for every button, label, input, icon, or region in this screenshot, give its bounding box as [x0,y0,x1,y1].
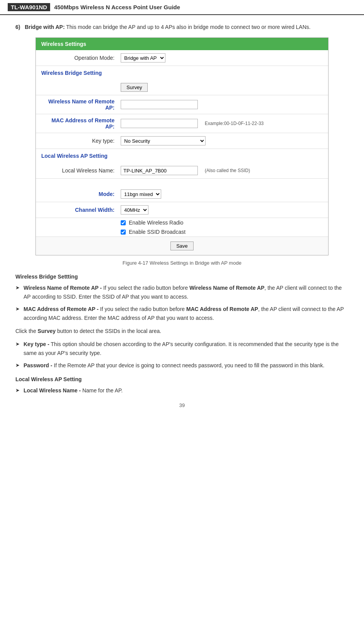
survey-row: Survey [36,80,328,95]
save-button[interactable]: Save [170,242,194,250]
figure-caption: Figure 4-17 Wireless Settings in Bridge … [15,260,349,266]
intro-bold-label: Bridge with AP: [25,24,65,30]
mac-address-row: MAC Address of Remote AP: Example:00-1D-… [36,114,328,133]
bullet-local-name-bold: Local Wireless Name - [24,387,81,394]
operation-mode-select[interactable]: Bridge with AP [121,53,165,63]
channel-width-control: 40MHz 20MHz Auto [121,205,148,215]
wireless-name-row: Wireless Name of Remote AP: [36,95,328,114]
enable-wireless-radio-checkbox[interactable] [121,220,126,225]
channel-width-row: Channel Width: 40MHz 20MHz Auto [36,202,328,218]
bridge-section-title: Wireless Bridge Settting [15,274,349,280]
enable-ssid-broadcast-checkbox[interactable] [121,230,126,235]
intro-paragraph: 6) Bridge with AP: This mode can bridge … [15,23,349,31]
mac-address-label: MAC Address of Remote AP: [44,117,121,130]
channel-width-label: Channel Width: [44,207,121,213]
bullet-wireless-name: ➤ Wireless Name of Remote AP - If you se… [15,284,349,301]
bridge-setting-subheader: Wireless Bridge Setting [41,70,102,76]
intro-description: This mode can bridge the AP and up to 4 … [66,24,310,30]
local-ap-subheader-row: Local Wireless AP Setting [36,149,328,163]
wireless-settings-header: Wireless Settings [36,38,328,50]
survey-para: Click the Survey button to detect the SS… [15,327,349,335]
spacer-row [36,179,328,186]
wireless-settings-box: Wireless Settings Operation Mode: Bridge… [35,37,329,255]
wireless-name-input[interactable] [121,100,198,109]
survey-control: Survey [121,83,148,92]
wireless-name-label: Wireless Name of Remote AP: [44,98,121,111]
page-subtitle: 450Mbps Wireless N Access Point User Gui… [54,4,180,10]
operation-mode-row: Operation Mode: Bridge with AP [36,50,328,66]
mode-select[interactable]: 11bgn mixed 11bg mixed 11b only 11g only… [121,189,161,199]
bullet-wireless-name-text: Wireless Name of Remote AP - If you sele… [24,284,349,301]
enable-wireless-radio-label: Enable Wireless Radio [129,220,184,226]
wireless-name-control [121,100,198,109]
mac-address-hint: Example:00-1D-0F-11-22-33 [205,121,264,126]
mode-control: 11bgn mixed 11bg mixed 11b only 11g only… [121,189,161,199]
key-bullets: ➤ Key type - This option should be chose… [15,340,349,370]
key-type-select[interactable]: No Security WEP WPA/WPA2 WPA-PSK/WPA2-PS… [121,136,206,145]
local-ap-subheader: Local Wireless AP Setting [41,153,108,159]
bridge-bullets: ➤ Wireless Name of Remote AP - If you se… [15,284,349,322]
mode-label: Mode: [44,191,121,197]
page-header: TL-WA901ND 450Mbps Wireless N Access Poi… [0,0,364,15]
bullet-password: ➤ Password - If the Remote AP that your … [15,361,349,370]
local-name-label: Local Wireless Name: [44,167,121,174]
bullet-local-name: ➤ Local Wireless Name - Name for the AP. [15,386,349,395]
local-name-control: (Also called the SSID) [121,166,250,175]
local-name-input[interactable] [121,166,198,175]
save-row: Save [36,237,328,255]
enable-wireless-radio-row: Enable Wireless Radio [36,218,328,227]
bullet-arrow-5: ➤ [15,387,20,395]
mac-address-control: Example:00-1D-0F-11-22-33 [121,119,264,128]
operation-mode-label: Operation Mode: [44,55,121,61]
channel-width-select[interactable]: 40MHz 20MHz Auto [121,205,148,215]
bullet-key-type-text: Key type - This option should be chosen … [24,340,349,357]
mode-row: Mode: 11bgn mixed 11bg mixed 11b only 11… [36,186,328,202]
bullet-arrow-1: ➤ [15,284,20,292]
intro-number: 6) [15,24,20,30]
local-name-row: Local Wireless Name: (Also called the SS… [36,163,328,179]
key-type-row: Key type: No Security WEP WPA/WPA2 WPA-P… [36,133,328,149]
local-name-hint: (Also called the SSID) [205,168,250,173]
bullet-wireless-name-bold: Wireless Name of Remote AP - [24,285,102,291]
enable-ssid-broadcast-row: Enable SSID Broadcast [36,227,328,237]
bullet-arrow-2: ➤ [15,305,20,313]
bullet-password-text: Password - If the Remote AP that your de… [24,361,349,370]
enable-ssid-broadcast-label: Enable SSID Broadcast [129,229,185,235]
page-number: 39 [15,402,349,408]
bullet-mac-address: ➤ MAC Address of Remote AP - If you sele… [15,305,349,322]
key-type-label: Key type: [44,138,121,144]
bullet-arrow-3: ➤ [15,340,20,348]
model-label: TL-WA901ND [8,3,50,11]
key-type-control: No Security WEP WPA/WPA2 WPA-PSK/WPA2-PS… [121,136,206,145]
main-content: 6) Bridge with AP: This mode can bridge … [0,15,364,416]
operation-mode-control: Bridge with AP [121,53,165,63]
bullet-key-type: ➤ Key type - This option should be chose… [15,340,349,357]
bullet-arrow-4: ➤ [15,362,20,370]
mac-address-input[interactable] [121,119,198,128]
local-ap-section-title: Local Wireless AP Setting [15,376,349,382]
bullet-password-bold: Password - [24,362,52,368]
survey-button[interactable]: Survey [121,83,148,92]
bullet-key-type-bold: Key type - [24,341,49,347]
bullet-local-name-text: Local Wireless Name - Name for the AP. [24,386,349,395]
local-ap-bullets: ➤ Local Wireless Name - Name for the AP. [15,386,349,395]
bullet-mac-address-text: MAC Address of Remote AP - If you select… [24,305,349,322]
bridge-setting-subheader-row: Wireless Bridge Setting [36,66,328,80]
bullet-mac-address-bold: MAC Address of Remote AP - [24,306,99,312]
